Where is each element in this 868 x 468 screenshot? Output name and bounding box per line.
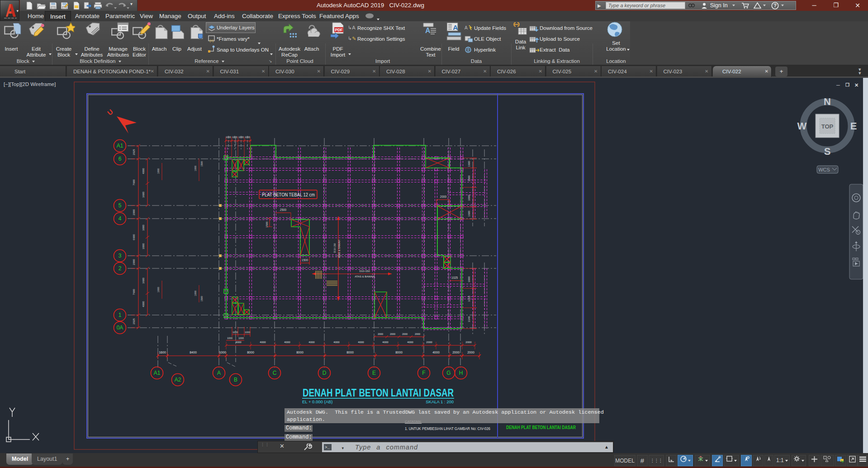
svg-text:1: 1: [119, 312, 122, 318]
svg-text:TOP: TOP: [821, 123, 834, 130]
svg-text:1000: 1000: [238, 337, 244, 339]
svg-text:1000: 1000: [226, 136, 231, 138]
svg-text:W: W: [797, 120, 807, 132]
svg-text:A: A: [453, 24, 458, 31]
svg-text:?: ?: [773, 3, 777, 8]
svg-text:0A: 0A: [117, 325, 123, 331]
svg-text:4000: 4000: [358, 341, 364, 344]
svg-text:1000: 1000: [245, 331, 250, 334]
svg-text:3000: 3000: [468, 175, 470, 181]
svg-text:2000: 2000: [133, 209, 135, 215]
svg-text:E: E: [850, 120, 857, 132]
svg-text:DENAH PLAT BETON LANTAI DASAR: DENAH PLAT BETON LANTAI DASAR: [303, 387, 454, 399]
svg-text:2000: 2000: [452, 351, 460, 354]
svg-text:3000: 3000: [142, 243, 145, 249]
svg-text:8000: 8000: [395, 351, 403, 354]
svg-text:3600: 3600: [142, 191, 145, 198]
svg-text:6: 6: [119, 156, 122, 162]
svg-text:N: N: [824, 96, 831, 107]
svg-text:E: E: [372, 370, 376, 376]
svg-text:4000: 4000: [382, 341, 389, 344]
svg-text:8000: 8000: [346, 351, 354, 354]
svg-text:F: F: [422, 370, 425, 376]
svg-text:SKALA 1 : 200: SKALA 1 : 200: [426, 399, 454, 404]
svg-text:4: 4: [119, 215, 122, 222]
svg-text:1500: 1500: [302, 258, 308, 262]
svg-text:1000: 1000: [194, 291, 197, 296]
svg-text:4000: 4000: [308, 341, 315, 344]
svg-text:3000: 3000: [468, 195, 470, 201]
svg-text:4000: 4000: [407, 341, 413, 344]
svg-text:2025: 2025: [133, 318, 135, 325]
svg-text:PLAT BETON TEBAL 12 cm: PLAT BETON TEBAL 12 cm: [262, 192, 315, 197]
svg-text:2025: 2025: [133, 149, 135, 155]
svg-text:1000: 1000: [232, 136, 237, 138]
svg-text:4000: 4000: [260, 341, 266, 344]
svg-text:A1: A1: [154, 370, 161, 376]
svg-text:A: A: [465, 25, 468, 30]
svg-text:B: B: [234, 377, 237, 383]
svg-text:3: 3: [119, 253, 122, 259]
svg-text:7600: 7600: [133, 289, 135, 295]
svg-text:1000: 1000: [194, 166, 197, 171]
svg-text:PDF: PDF: [335, 28, 343, 32]
svg-text:1500: 1500: [200, 296, 203, 301]
svg-text:H: H: [459, 370, 463, 376]
svg-text:8000: 8000: [247, 351, 254, 354]
svg-text:7600: 7600: [133, 179, 135, 186]
svg-text:3600: 3600: [142, 277, 145, 284]
svg-text:1000: 1000: [157, 287, 160, 292]
svg-text:2000: 2000: [415, 333, 420, 335]
svg-text:WCS: WCS: [818, 167, 830, 172]
svg-text:1000: 1000: [245, 136, 250, 138]
svg-text:↳✎: ↳✎: [348, 36, 356, 41]
svg-text:6600: 6600: [133, 234, 135, 240]
svg-text:2000: 2000: [133, 259, 135, 265]
svg-text:2000: 2000: [402, 333, 408, 335]
svg-text:DENAH PLAT BETON LANTAI DASAR: DENAH PLAT BETON LANTAI DASAR: [506, 425, 576, 430]
svg-text:8400: 8400: [190, 351, 197, 354]
svg-text:3000: 3000: [142, 224, 145, 231]
svg-text:1000: 1000: [227, 337, 232, 339]
svg-text:1. UNTUK PEMBESIAN LIHAT GAMBA: 1. UNTUK PEMBESIAN LIHAT GAMBAR No: CIV-…: [405, 426, 490, 431]
svg-text:2000: 2000: [467, 351, 474, 354]
svg-text:1000: 1000: [157, 168, 160, 174]
svg-text:3318: 3318: [468, 296, 470, 302]
svg-text:1025: 1025: [451, 276, 458, 279]
svg-text:5: 5: [119, 202, 122, 209]
svg-text:(x): (x): [209, 38, 214, 43]
svg-text:A2: A2: [175, 377, 181, 383]
svg-text:3346: 3346: [468, 316, 470, 322]
svg-text:1600: 1600: [159, 351, 166, 354]
svg-text:EL + 0.000 (AB): EL + 0.000 (AB): [302, 399, 333, 404]
svg-text:↳A: ↳A: [348, 25, 356, 30]
svg-text:D: D: [323, 370, 327, 376]
svg-text:ATAS & BAWAH: ATAS & BAWAH: [338, 240, 341, 258]
svg-text:1000: 1000: [238, 136, 244, 138]
svg-text:8000: 8000: [296, 351, 304, 354]
svg-text:S: S: [824, 146, 831, 157]
svg-text:1000: 1000: [219, 351, 226, 354]
svg-text:1600: 1600: [468, 210, 470, 217]
svg-text:2000: 2000: [465, 341, 472, 344]
svg-text:A: A: [425, 27, 431, 34]
svg-text:2000: 2000: [440, 195, 447, 198]
svg-text:A1: A1: [117, 143, 123, 149]
svg-text:1500: 1500: [266, 221, 268, 228]
svg-text:2500: 2500: [280, 208, 287, 211]
svg-text:4000: 4000: [235, 341, 242, 344]
svg-text:C: C: [273, 370, 277, 376]
svg-text:4000: 4000: [142, 168, 145, 174]
svg-text:1600: 1600: [468, 161, 470, 167]
svg-text:2000: 2000: [390, 333, 395, 335]
svg-text:U: U: [106, 108, 114, 117]
svg-text:3000: 3000: [468, 276, 470, 282]
svg-text:4000: 4000: [284, 341, 290, 344]
svg-text:4000: 4000: [333, 341, 340, 344]
svg-text:4000: 4000: [142, 301, 145, 307]
svg-text:D10-150: D10-150: [333, 243, 336, 253]
svg-text:A: A: [217, 370, 221, 376]
svg-text:ATAS & BAWAH: ATAS & BAWAH: [355, 275, 375, 278]
svg-text:4000: 4000: [432, 351, 440, 354]
svg-text:1500: 1500: [200, 161, 203, 167]
